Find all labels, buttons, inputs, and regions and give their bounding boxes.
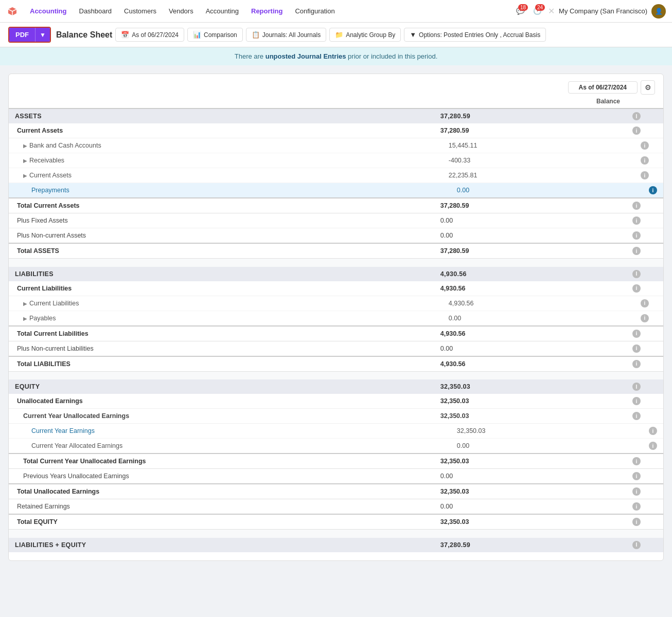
user-avatar[interactable]: 👤 <box>651 4 666 19</box>
payables-info-icon[interactable]: i <box>641 314 649 322</box>
current-liabilities-item-info-icon[interactable]: i <box>641 299 649 307</box>
analytic-group-button[interactable]: 📁 Analytic Group By <box>329 28 401 42</box>
bar-chart-icon: 📊 <box>193 31 201 39</box>
total-equity-info-icon[interactable]: i <box>632 518 641 526</box>
alert-banner: There are unposted Journal Entries prior… <box>0 47 672 65</box>
total-current-assets-info-icon[interactable]: i <box>632 202 641 210</box>
date-filter-button[interactable]: 📅 As of 06/27/2024 <box>115 28 184 42</box>
total-liabilities-amount: 4,930.56 <box>434 356 626 372</box>
total-current-year-unallocated-row: Total Current Year Unallocated Earnings … <box>9 453 663 469</box>
total-current-year-unallocated-info-icon[interactable]: i <box>632 457 641 465</box>
prepayments-row: Prepayments 0.00 i <box>9 183 663 198</box>
total-current-assets-row: Total Current Assets 37,280.59 i <box>9 198 663 213</box>
prepayments-amount: 0.00 <box>434 183 626 198</box>
plus-noncurrent-assets-info-icon[interactable]: i <box>632 231 641 240</box>
plus-noncurrent-assets-amount: 0.00 <box>434 228 626 244</box>
header-controls: As of 06/27/2024 ⚙ <box>9 74 663 97</box>
expand-bank-icon[interactable]: ▶ <box>23 143 27 149</box>
total-liabilities-info-icon[interactable]: i <box>632 360 641 368</box>
pdf-dropdown-button[interactable]: ▼ <box>35 28 50 42</box>
journals-label: Journals: All Journals <box>262 31 321 39</box>
plus-noncurrent-liabilities-info-icon[interactable]: i <box>632 344 641 353</box>
calendar-icon: 📅 <box>121 31 129 39</box>
current-liabilities-item-label: ▶Current Liabilities <box>9 296 434 311</box>
options-label: Options: Posted Entries Only , Accrual B… <box>419 31 540 39</box>
retained-earnings-row: Retained Earnings 0.00 i <box>9 499 663 515</box>
current-year-allocated-info-icon[interactable]: i <box>649 442 657 450</box>
receivables-info-icon[interactable]: i <box>641 156 649 165</box>
total-current-liabilities-info-icon[interactable]: i <box>632 330 641 338</box>
nav-dashboard[interactable]: Dashboard <box>74 4 117 18</box>
bank-cash-row: ▶Bank and Cash Accounts 15,445.11 i <box>9 138 663 153</box>
expand-current-assets-icon[interactable]: ▶ <box>23 173 27 178</box>
assets-section-row: ASSETS 37,280.59 i <box>9 108 663 123</box>
current-liabilities-item-row: ▶Current Liabilities 4,930.56 i <box>9 296 663 311</box>
nav-configuration[interactable]: Configuration <box>290 4 340 18</box>
journal-icon: 📋 <box>252 31 260 39</box>
current-year-unallocated-label: Current Year Unallocated Earnings <box>9 409 434 424</box>
total-unallocated-earnings-info-icon[interactable]: i <box>632 487 641 496</box>
clock-notification-btn[interactable]: 🕐 24 <box>531 5 544 17</box>
expand-current-liabilities-icon[interactable]: ▶ <box>23 301 27 306</box>
comparison-label: Comparison <box>204 31 237 39</box>
total-assets-info-icon[interactable]: i <box>632 247 641 255</box>
retained-earnings-info-icon[interactable]: i <box>632 502 641 511</box>
expand-payables-icon[interactable]: ▶ <box>23 316 27 321</box>
current-liabilities-info-icon[interactable]: i <box>632 284 641 293</box>
total-current-year-unallocated-label: Total Current Year Unallocated Earnings <box>9 453 434 469</box>
total-assets-row: Total ASSETS 37,280.59 i <box>9 243 663 259</box>
nav-customers[interactable]: Customers <box>119 4 162 18</box>
company-name[interactable]: My Company (San Francisco) <box>559 7 647 15</box>
settings-button[interactable]: ⚙ <box>641 80 655 95</box>
retained-earnings-amount: 0.00 <box>434 499 626 515</box>
report-card: As of 06/27/2024 ⚙ Balance ASSETS 37,280… <box>8 74 664 561</box>
prepayments-link[interactable]: Prepayments <box>31 187 69 194</box>
current-year-earnings-link[interactable]: Current Year Earnings <box>31 427 95 434</box>
nav-reporting[interactable]: Reporting <box>246 4 288 18</box>
liabilities-info-icon[interactable]: i <box>632 270 641 278</box>
expand-receivables-icon[interactable]: ▶ <box>23 158 27 164</box>
report-title: Balance Sheet <box>56 30 112 40</box>
assets-info-icon[interactable]: i <box>632 112 641 120</box>
liabilities-section-row: LIABILITIES 4,930.56 i <box>9 267 663 281</box>
nav-vendors[interactable]: Vendors <box>164 4 199 18</box>
filter-icon: ▼ <box>410 31 416 39</box>
equity-info-icon[interactable]: i <box>632 383 641 391</box>
app-logo[interactable] <box>6 5 19 17</box>
unposted-entries-link[interactable]: unposted Journal Entries <box>266 52 346 60</box>
liabilities-equity-info-icon[interactable]: i <box>632 541 641 549</box>
previous-years-unallocated-info-icon[interactable]: i <box>632 472 641 480</box>
current-assets-sub-info-icon[interactable]: i <box>641 171 649 179</box>
balance-sheet-table: Balance ASSETS 37,280.59 i Current Asset… <box>9 97 663 552</box>
assets-section-amount: 37,280.59 <box>434 108 626 123</box>
assets-section-label: ASSETS <box>9 108 434 123</box>
comparison-button[interactable]: 📊 Comparison <box>187 28 243 42</box>
nav-accounting2[interactable]: Accounting <box>201 4 244 18</box>
total-current-liabilities-label: Total Current Liabilities <box>9 326 434 341</box>
plus-noncurrent-assets-row: Plus Non-current Assets 0.00 i <box>9 228 663 244</box>
folder-icon: 📁 <box>335 31 343 39</box>
spacer-row-2 <box>9 371 663 379</box>
date-header-cell[interactable]: As of 06/27/2024 <box>568 81 638 94</box>
pdf-button[interactable]: PDF <box>9 28 35 42</box>
current-liabilities-category-row: Current Liabilities 4,930.56 i <box>9 281 663 296</box>
current-year-earnings-info-icon[interactable]: i <box>649 427 657 435</box>
current-assets-info-icon[interactable]: i <box>632 126 641 135</box>
current-year-unallocated-info-icon[interactable]: i <box>632 412 641 420</box>
unallocated-earnings-label: Unallocated Earnings <box>9 394 434 409</box>
bank-cash-info-icon[interactable]: i <box>641 141 649 150</box>
unallocated-earnings-amount: 32,350.03 <box>434 394 626 409</box>
current-assets-sub-label: ▶Current Assets <box>9 168 434 183</box>
options-button[interactable]: ▼ Options: Posted Entries Only , Accrual… <box>404 28 546 42</box>
chat-notification-btn[interactable]: 💬 18 <box>514 5 527 17</box>
journals-button[interactable]: 📋 Journals: All Journals <box>246 28 326 42</box>
current-year-unallocated-amount: 32,350.03 <box>434 409 626 424</box>
current-assets-category-row: Current Assets 37,280.59 i <box>9 123 663 138</box>
nav-accounting[interactable]: Accounting <box>25 4 72 18</box>
prepayments-info-icon[interactable]: i <box>649 186 657 194</box>
liabilities-section-amount: 4,930.56 <box>434 267 626 281</box>
divider-icon: ✕ <box>548 6 555 16</box>
total-assets-label: Total ASSETS <box>9 243 434 259</box>
plus-fixed-assets-info-icon[interactable]: i <box>632 216 641 225</box>
unallocated-earnings-info-icon[interactable]: i <box>632 397 641 405</box>
